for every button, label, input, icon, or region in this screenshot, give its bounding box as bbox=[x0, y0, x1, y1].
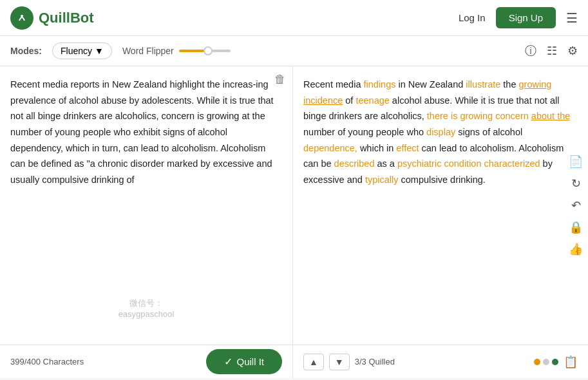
text-seg-4: the bbox=[500, 79, 518, 90]
dot-3 bbox=[552, 359, 558, 365]
quill-btn-label: Quill It bbox=[236, 356, 264, 367]
fluency-button[interactable]: Fluency ▼ bbox=[52, 43, 112, 59]
next-button[interactable]: ▼ bbox=[329, 354, 350, 370]
text-seg-3: illustrate bbox=[466, 79, 500, 90]
text-seg-21: psychiatric condition characterized bbox=[397, 158, 540, 169]
grid-icon[interactable]: ☷ bbox=[547, 44, 557, 58]
quilled-count: 3/3 Quilled bbox=[355, 357, 395, 366]
bottom-left: 399/400 Characters ✓ Quill It bbox=[0, 345, 293, 378]
logo-icon bbox=[10, 6, 33, 30]
right-side-icons: 📄 ↻ ↶ 🔒 👍 bbox=[564, 149, 588, 261]
output-text: Recent media findings in New Zealand ill… bbox=[303, 77, 578, 187]
copy-icon[interactable]: 📋 bbox=[564, 355, 578, 369]
settings-icon[interactable]: ⚙ bbox=[567, 44, 578, 58]
text-seg-19: described bbox=[334, 158, 375, 169]
text-seg-2: in New Zealand bbox=[395, 79, 466, 90]
fluency-chevron-icon: ▼ bbox=[95, 46, 104, 56]
text-seg-6: of bbox=[343, 95, 356, 106]
text-seg-20: as a bbox=[374, 158, 397, 169]
fluency-label: Fluency bbox=[61, 46, 92, 56]
bottom-bar: 399/400 Characters ✓ Quill It ▲ ▼ 3/3 Qu… bbox=[0, 345, 588, 378]
text-seg-17: effect bbox=[396, 143, 419, 153]
prev-button[interactable]: ▲ bbox=[303, 354, 324, 370]
text-seg-0: Recent media bbox=[303, 79, 364, 90]
thumbsup-icon[interactable]: 👍 bbox=[569, 242, 583, 256]
text-seg-23: typically bbox=[365, 175, 399, 185]
text-seg-7: teenage bbox=[356, 95, 389, 106]
login-button[interactable]: Log In bbox=[459, 12, 486, 23]
text-seg-9: there is growing concern bbox=[427, 111, 529, 121]
modes-label: Modes: bbox=[10, 46, 42, 56]
text-seg-11: about the bbox=[531, 111, 570, 121]
text-seg-1: findings bbox=[364, 79, 396, 90]
text-seg-13: display bbox=[426, 127, 455, 137]
right-panel: Recent media findings in New Zealand ill… bbox=[293, 66, 588, 345]
word-flipper-label: Word Flipper bbox=[122, 46, 174, 56]
toolbar-right-icons: ⓘ ☷ ⚙ bbox=[525, 43, 578, 59]
quill-btn-icon: ✓ bbox=[224, 356, 232, 368]
signup-button[interactable]: Sign Up bbox=[496, 7, 556, 28]
undo-icon[interactable]: ↶ bbox=[569, 198, 583, 213]
toolbar: Modes: Fluency ▼ Word Flipper ⓘ ☷ ⚙ bbox=[0, 36, 588, 66]
document-icon[interactable]: 📄 bbox=[569, 155, 583, 169]
help-icon[interactable]: ⓘ bbox=[525, 43, 536, 59]
slider-thumb bbox=[204, 46, 213, 55]
main-content: 🗑 Recent media reports in New Zealand hi… bbox=[0, 66, 588, 345]
text-seg-24: compulsive drinking. bbox=[399, 175, 486, 185]
input-text[interactable]: Recent media reports in New Zealand high… bbox=[10, 77, 282, 187]
menu-icon[interactable]: ☰ bbox=[566, 10, 578, 26]
text-seg-14: signs of alcohol bbox=[455, 127, 522, 137]
text-seg-15: dependence, bbox=[303, 143, 357, 153]
header-right: Log In Sign Up ☰ bbox=[459, 7, 578, 28]
watermark: 微信号： easygpaschool bbox=[119, 298, 175, 319]
delete-icon[interactable]: 🗑 bbox=[274, 73, 286, 86]
dot-1 bbox=[534, 359, 540, 365]
bottom-right: ▲ ▼ 3/3 Quilled 📋 bbox=[293, 345, 588, 378]
refresh-icon[interactable]: ↻ bbox=[569, 176, 583, 191]
logo-text: QuillBot bbox=[39, 10, 94, 26]
dots-progress bbox=[534, 359, 558, 365]
text-seg-16: which in bbox=[357, 143, 396, 153]
text-seg-12: number of young people who bbox=[303, 127, 426, 137]
lock-icon[interactable]: 🔒 bbox=[569, 220, 583, 234]
word-flipper-section: Word Flipper bbox=[122, 46, 231, 56]
svg-point-1 bbox=[21, 15, 23, 17]
quill-button[interactable]: ✓ Quill It bbox=[206, 349, 282, 374]
logo-area: QuillBot bbox=[10, 6, 94, 30]
header: QuillBot Log In Sign Up ☰ bbox=[0, 0, 588, 36]
word-flipper-slider[interactable] bbox=[179, 50, 231, 52]
char-count: 399/400 Characters bbox=[10, 357, 84, 366]
dot-2 bbox=[543, 359, 549, 365]
left-panel: 🗑 Recent media reports in New Zealand hi… bbox=[0, 66, 293, 345]
